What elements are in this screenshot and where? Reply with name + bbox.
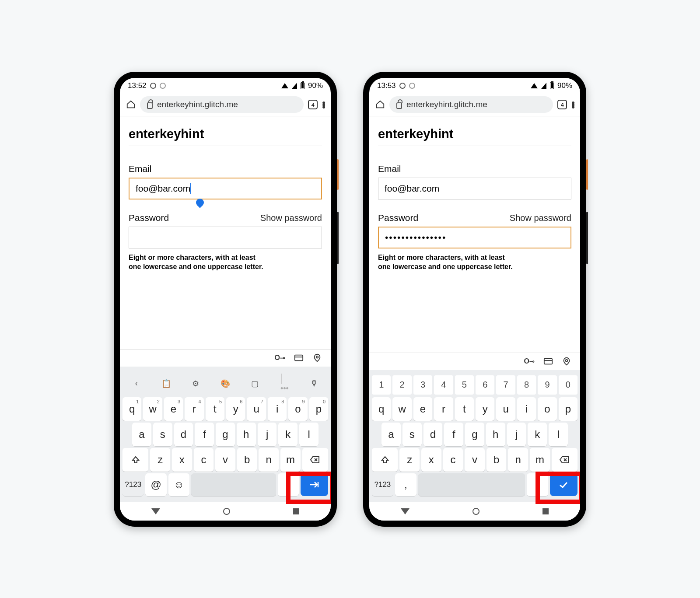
numkey-4[interactable]: 4 [434, 375, 453, 395]
tab-switcher[interactable]: 4 [308, 100, 318, 109]
card-icon[interactable] [543, 357, 553, 366]
location-icon[interactable] [562, 357, 571, 366]
key-o[interactable]: o9 [288, 397, 307, 421]
numkey-6[interactable]: 6 [476, 375, 494, 395]
key-t[interactable]: t [455, 397, 474, 421]
emoji-key[interactable]: ☺ [168, 473, 189, 496]
key-j[interactable]: j [258, 423, 277, 446]
numkey-8[interactable]: 8 [517, 375, 536, 395]
key-r[interactable]: r [434, 397, 453, 421]
key-f[interactable]: f [195, 423, 214, 446]
numkey-5[interactable]: 5 [455, 375, 474, 395]
key-v[interactable]: v [465, 448, 485, 472]
period-key[interactable]: . [527, 473, 548, 496]
key-b[interactable]: b [486, 448, 507, 472]
key-m[interactable]: m [530, 448, 550, 472]
key-g[interactable]: g [216, 423, 235, 446]
key-l[interactable]: l [549, 423, 568, 446]
location-icon[interactable] [312, 353, 322, 363]
numkey-9[interactable]: 9 [538, 375, 556, 395]
password-field[interactable] [129, 227, 322, 248]
key-t[interactable]: t5 [206, 397, 224, 421]
key-c[interactable]: c [443, 448, 463, 472]
address-bar[interactable]: enterkeyhint.glitch.me [140, 96, 304, 113]
key-x[interactable]: x [172, 448, 192, 472]
key-i[interactable]: i [517, 397, 536, 421]
key-icon[interactable]: O⊸ [275, 354, 285, 362]
key-p[interactable]: p [559, 397, 578, 421]
key-r[interactable]: r4 [185, 397, 203, 421]
key-s[interactable]: s [153, 423, 172, 446]
more-icon[interactable]: ••• [271, 372, 299, 395]
key-d[interactable]: d [424, 423, 443, 446]
space-key[interactable] [191, 473, 276, 496]
sticker-icon[interactable]: ▢ [241, 372, 269, 395]
key-j[interactable]: j [507, 423, 526, 446]
key-d[interactable]: d [174, 423, 193, 446]
email-field[interactable]: foo@bar.com [129, 178, 322, 199]
backspace-key[interactable] [552, 448, 578, 472]
numkey-2[interactable]: 2 [392, 375, 411, 395]
key-k[interactable]: k [278, 423, 298, 446]
numkey-0[interactable]: 0 [559, 375, 578, 395]
password-field[interactable]: ••••••••••••••• [378, 227, 571, 248]
key-e[interactable]: e3 [164, 397, 183, 421]
key-h[interactable]: h [486, 423, 505, 446]
key-w[interactable]: w2 [143, 397, 162, 421]
clipboard-icon[interactable]: 📋 [152, 372, 180, 395]
key-i[interactable]: i8 [268, 397, 287, 421]
key-icon[interactable]: O⊸ [524, 357, 535, 365]
key-m[interactable]: m [280, 448, 301, 472]
key-a[interactable]: a [382, 423, 401, 446]
gear-icon[interactable]: ⚙ [182, 372, 210, 395]
key-w[interactable]: w [392, 397, 411, 421]
key-n[interactable]: n [508, 448, 528, 472]
nav-recents-icon[interactable] [542, 508, 549, 514]
numkey-3[interactable]: 3 [413, 375, 432, 395]
nav-home-icon[interactable] [472, 508, 480, 515]
key-k[interactable]: k [528, 423, 547, 446]
mode-key[interactable]: ?123 [372, 473, 393, 496]
home-icon[interactable] [375, 100, 385, 109]
key-h[interactable]: h [237, 423, 256, 446]
palette-icon[interactable]: 🎨 [211, 372, 239, 395]
key-c[interactable]: c [194, 448, 214, 472]
numkey-1[interactable]: 1 [372, 375, 391, 395]
key-u[interactable]: u [496, 397, 515, 421]
nav-recents-icon[interactable] [293, 508, 299, 514]
tab-switcher[interactable]: 4 [557, 100, 567, 109]
nav-back-icon[interactable] [151, 508, 160, 514]
backspace-key[interactable] [302, 448, 328, 472]
mic-icon[interactable]: 🎙 [300, 372, 328, 395]
shift-key[interactable] [372, 448, 398, 472]
key-p[interactable]: p0 [309, 397, 328, 421]
key-f[interactable]: f [444, 423, 463, 446]
key-u[interactable]: u7 [247, 397, 266, 421]
key-z[interactable]: z [150, 448, 170, 472]
key-o[interactable]: o [538, 397, 556, 421]
overflow-menu-icon[interactable]: ••• [322, 101, 325, 108]
key-y[interactable]: y [476, 397, 494, 421]
show-password-toggle[interactable]: Show password [510, 213, 571, 223]
enter-key-done[interactable] [550, 473, 578, 496]
key-a[interactable]: a [132, 423, 151, 446]
key-b[interactable]: b [237, 448, 257, 472]
key-q[interactable]: q [372, 397, 391, 421]
home-icon[interactable] [126, 100, 136, 109]
shift-key[interactable] [122, 448, 148, 472]
card-icon[interactable] [294, 353, 304, 363]
key-l[interactable]: l [299, 423, 318, 446]
key-n[interactable]: n [259, 448, 279, 472]
key-y[interactable]: y6 [226, 397, 245, 421]
email-field[interactable]: foo@bar.com [378, 178, 571, 199]
space-key[interactable] [418, 473, 525, 496]
address-bar[interactable]: enterkeyhint.glitch.me [389, 96, 553, 113]
period-key[interactable]: . [278, 473, 299, 496]
nav-back-icon[interactable] [401, 508, 410, 514]
key-z[interactable]: z [399, 448, 420, 472]
mode-key[interactable]: ?123 [122, 473, 144, 496]
show-password-toggle[interactable]: Show password [260, 213, 322, 223]
overflow-menu-icon[interactable]: ••• [571, 101, 574, 108]
nav-home-icon[interactable] [223, 508, 230, 515]
key-x[interactable]: x [421, 448, 441, 472]
